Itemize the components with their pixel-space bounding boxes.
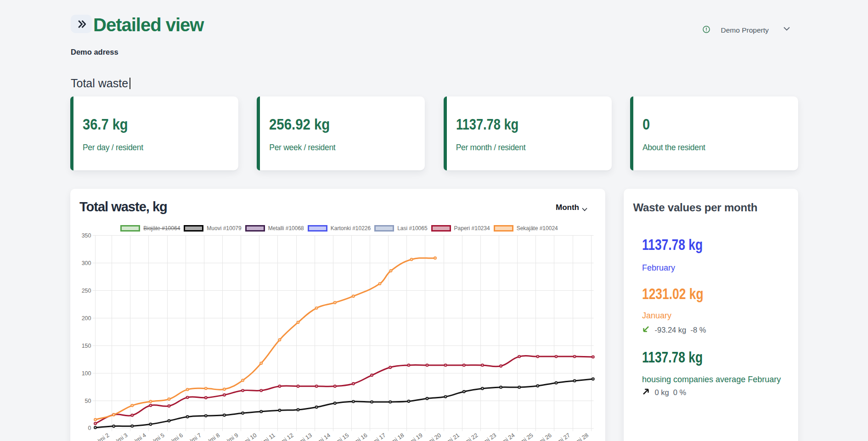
svg-text:200: 200 xyxy=(82,315,91,322)
svg-text:helmi 6: helmi 6 xyxy=(165,432,184,441)
svg-text:helmi 2: helmi 2 xyxy=(91,432,110,441)
svg-text:300: 300 xyxy=(82,260,91,266)
svg-text:helmi 20: helmi 20 xyxy=(421,432,442,441)
svg-text:helmi 26: helmi 26 xyxy=(531,432,553,441)
svg-text:helmi 21: helmi 21 xyxy=(439,432,461,441)
svg-text:50: 50 xyxy=(85,398,91,404)
svg-text:350: 350 xyxy=(82,232,91,239)
svg-text:helmi 15: helmi 15 xyxy=(328,432,350,441)
svg-text:helmi 18: helmi 18 xyxy=(384,432,406,441)
svg-text:helmi 14: helmi 14 xyxy=(310,432,332,441)
svg-text:helmi 12: helmi 12 xyxy=(273,432,295,441)
svg-text:helmi 7: helmi 7 xyxy=(184,432,203,441)
svg-text:helmi 13: helmi 13 xyxy=(292,432,313,441)
svg-text:100: 100 xyxy=(82,370,91,377)
svg-text:helmi 3: helmi 3 xyxy=(110,432,129,441)
svg-text:helmi 22: helmi 22 xyxy=(457,432,479,441)
svg-text:helmi 16: helmi 16 xyxy=(347,432,369,441)
svg-text:150: 150 xyxy=(82,343,91,349)
svg-text:helmi 8: helmi 8 xyxy=(202,432,221,441)
svg-text:0: 0 xyxy=(88,425,91,431)
svg-text:helmi 9: helmi 9 xyxy=(220,432,239,441)
svg-text:helmi 10: helmi 10 xyxy=(237,432,258,441)
svg-text:helmi 5: helmi 5 xyxy=(147,432,166,441)
svg-text:250: 250 xyxy=(82,288,91,294)
svg-text:helmi 4: helmi 4 xyxy=(129,432,147,441)
svg-text:helmi 25: helmi 25 xyxy=(513,432,535,441)
svg-text:helmi 19: helmi 19 xyxy=(402,432,424,441)
svg-text:helmi 24: helmi 24 xyxy=(495,432,516,441)
svg-text:helmi 17: helmi 17 xyxy=(366,432,387,441)
svg-text:helmi 27: helmi 27 xyxy=(550,432,571,441)
svg-text:helmi 11: helmi 11 xyxy=(255,432,276,441)
svg-text:helmi 28: helmi 28 xyxy=(568,432,590,441)
svg-text:helmi 23: helmi 23 xyxy=(476,432,497,441)
